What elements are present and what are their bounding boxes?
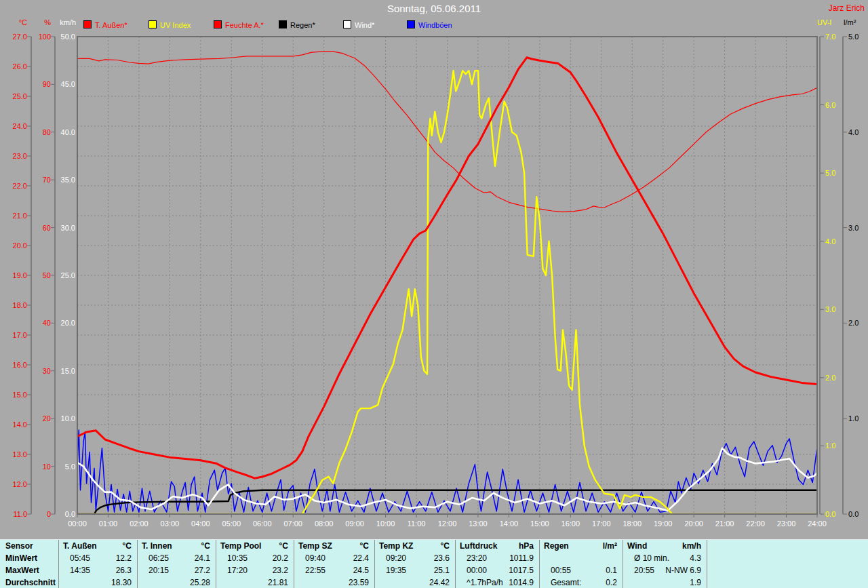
axis-tick-label: 0.0	[65, 510, 75, 518]
table-col-regen: Regenl/m²00:550.1Gesamt:0.2	[540, 540, 623, 588]
axis-tick-label: 80	[43, 128, 51, 136]
sensor-name: Temp Pool	[216, 540, 261, 552]
sensor-summary-table: SensorMinWertMaxWertDurchschnitt T. Auße…	[0, 539, 868, 588]
sensor-value-cell: 20.2	[259, 552, 294, 564]
axis-tick-label: 23.0	[13, 152, 27, 160]
axis-tick-label: 90	[43, 80, 51, 88]
axis-tick-label: 20.0	[13, 241, 27, 250]
x-tick-label: 02:00	[123, 520, 155, 528]
sensor-time-cell: 20:15	[138, 564, 180, 576]
table-row: 23:201011.9	[456, 552, 539, 564]
sensor-time-cell	[540, 552, 585, 564]
table-col-luftdruck: LuftdruckhPa23:201011.900:001017.5^1.7hP…	[456, 540, 540, 588]
table-col-temp-pool: Temp Pool°C10:3520.217:2023.221.81	[216, 540, 294, 588]
x-tick-label: 17:00	[586, 520, 617, 528]
x-tick-label: 07:00	[277, 520, 309, 528]
axis-tick-label: 50	[43, 271, 51, 279]
sensor-unit: °C	[261, 540, 294, 552]
sensor-time-cell: 09:40	[294, 552, 338, 564]
axis-tick-label: 35.0	[61, 176, 75, 184]
axis-tick-label: 0.0	[825, 510, 835, 518]
axis-tick-label: 21.0	[13, 212, 27, 220]
x-tick-label: 08:00	[309, 520, 340, 528]
axis-tick-label: 40	[43, 319, 51, 327]
sensor-value-cell: 12.2	[102, 552, 137, 564]
x-tick-label: 23:00	[771, 520, 802, 528]
x-tick-label: 18:00	[616, 520, 648, 528]
table-col-wind: Windkm/hØ 10 min.4.320:55N-NW 6.91.9	[623, 540, 707, 588]
table-row	[540, 552, 623, 564]
axis-tick-label: 20	[43, 414, 51, 423]
sensor-value-cell: 23.59	[338, 576, 374, 588]
sensor-time-cell: 05:45	[59, 552, 102, 564]
sensor-time-cell	[375, 576, 419, 588]
axis-tick-label: 5.0	[65, 463, 75, 471]
axis-rain: 0.01.02.03.04.05.0	[843, 33, 859, 518]
sensor-value-cell: 0.1	[585, 564, 623, 576]
x-tick-label: 10:00	[370, 520, 401, 528]
sensor-unit: km/h	[666, 540, 707, 552]
x-tick-label: 04:00	[185, 520, 216, 528]
axis-tick-label: 5.0	[848, 33, 859, 41]
sensor-time-cell: 10:35	[216, 552, 259, 564]
axis-tick-label: 12.0	[13, 480, 27, 488]
table-row: 20:55N-NW 6.9	[623, 564, 707, 576]
x-tick-label: 00:00	[62, 520, 93, 528]
table-row: 1.9	[623, 576, 707, 588]
axis-humidity: 0102030405060708090100	[39, 33, 55, 518]
x-tick-label: 13:00	[462, 520, 494, 528]
sensor-value-cell: 23.2	[259, 564, 294, 576]
sensor-value-cell: 4.3	[669, 552, 707, 564]
sensor-value-cell: 27.2	[180, 564, 216, 576]
axis-tick-label: 22.0	[13, 182, 27, 190]
axis-tick-label: 18.0	[13, 301, 27, 309]
table-row: Gesamt:0.2	[540, 576, 623, 588]
sensor-time-cell	[623, 576, 669, 588]
table-row: 05:4512.2	[59, 552, 137, 564]
sensor-name: Luftdruck	[456, 540, 498, 552]
axis-temp: 11.012.013.014.015.016.017.018.019.020.0…	[13, 33, 31, 518]
axis-tick-label: 16.0	[13, 361, 27, 369]
x-tick-label: 15:00	[524, 520, 555, 528]
table-row: 21.81	[216, 576, 294, 588]
table-row: 20:1527.2	[138, 564, 216, 576]
sensor-value-cell: 1014.9	[503, 576, 539, 588]
table-row: 18.30	[59, 576, 137, 588]
weather-chart: 11.012.013.014.015.016.017.018.019.020.0…	[0, 0, 868, 539]
gridlines	[77, 37, 817, 514]
table-row-label: Sensor	[0, 540, 58, 552]
axis-tick-label: 30.0	[61, 224, 75, 232]
axis-tick-label: 24.0	[13, 122, 27, 130]
axis-tick-label: 70	[43, 176, 51, 184]
sensor-value-cell: 22.4	[338, 552, 374, 564]
x-tick-label: 24:00	[802, 520, 833, 528]
table-row: 09:4022.4	[294, 552, 374, 564]
axis-tick-label: 13.0	[13, 450, 27, 458]
sensor-time-cell	[138, 576, 180, 588]
axis-tick-label: 45.0	[61, 80, 75, 88]
sensor-value-cell: N-NW 6.9	[665, 564, 707, 576]
sensor-value-cell: 24.5	[338, 564, 374, 576]
sensor-time-cell: 23:20	[456, 552, 501, 564]
axis-tick-label: 0.0	[848, 510, 859, 518]
table-row: 17:2023.2	[216, 564, 294, 576]
sensor-time-cell: 06:25	[138, 552, 180, 564]
sensor-value-cell: 25.1	[419, 564, 455, 576]
sensor-time-cell: ^1.7hPa/h	[456, 576, 503, 588]
table-row-label: MaxWert	[0, 564, 58, 576]
axis-tick-label: 100	[39, 33, 51, 41]
sensor-time-cell: Gesamt:	[540, 576, 585, 588]
sensor-value-cell: 0.2	[585, 576, 623, 588]
table-row: 19:3525.1	[375, 564, 455, 576]
sensor-name: Temp SZ	[294, 540, 335, 552]
x-tick-label: 03:00	[154, 520, 185, 528]
sensor-time-cell: Ø 10 min.	[623, 552, 669, 564]
axis-tick-label: 2.0	[848, 319, 859, 327]
sensor-unit: hPa	[498, 540, 539, 552]
sensor-unit: l/m²	[582, 540, 623, 552]
axis-tick-label: 4.0	[825, 237, 835, 246]
table-row: 25.28	[138, 576, 216, 588]
axis-tick-label: 25.0	[13, 92, 27, 100]
x-tick-label: 01:00	[92, 520, 123, 528]
sensor-time-cell: 00:00	[456, 564, 501, 576]
